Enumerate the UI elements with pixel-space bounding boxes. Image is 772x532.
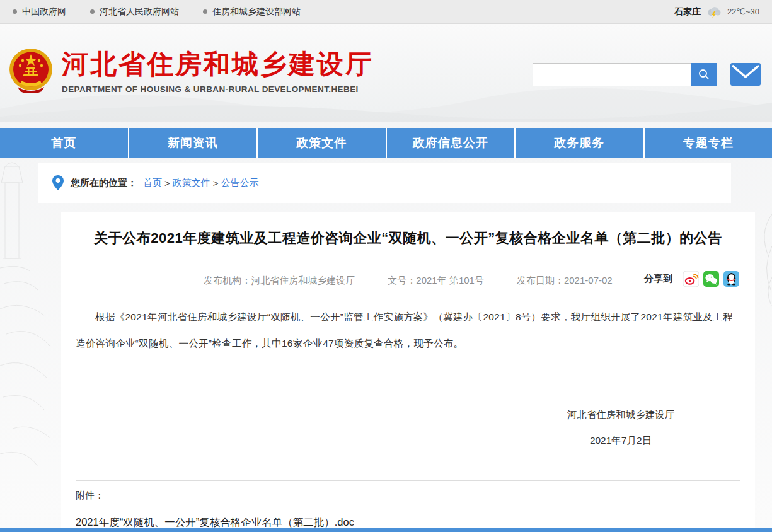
attachment-file-link[interactable]: 2021年度“双随机、一公开”复核合格企业名单（第二批）.doc xyxy=(76,516,354,529)
hebei-gov-link-label: 河北省人民政府网站 xyxy=(100,6,179,18)
location-pin-icon xyxy=(52,175,64,191)
gov-cn-link[interactable]: 中国政府网 xyxy=(13,6,66,18)
signature-date: 2021年7月2日 xyxy=(539,434,703,448)
header-tools xyxy=(533,62,761,87)
article-meta: 发布机构：河北省住房和城乡建设厅 文号：2021年 第101号 发布日期：202… xyxy=(76,271,740,290)
bullet-dot-icon xyxy=(90,9,95,14)
search-input[interactable] xyxy=(533,63,691,86)
top-link-bar: 中国政府网 河北省人民政府网站 住房和城乡建设部网站 石家庄 22℃~30 xyxy=(0,0,772,24)
wechat-icon[interactable] xyxy=(703,271,719,287)
site-header: 河北省住房和城乡建设厅 DEPARTMENT OF HOUSING & URBA… xyxy=(0,24,772,122)
site-subtitle: DEPARTMENT OF HOUSING & URBAN-RURAL DEVE… xyxy=(62,84,374,94)
mohurd-link-label: 住房和城乡建设部网站 xyxy=(212,6,301,18)
article-body: 根据《2021年河北省住房和城乡建设厅“双随机、一公开”监管工作实施方案》（冀建… xyxy=(76,304,740,357)
article-card: 关于公布2021年度建筑业及工程造价咨询企业“双随机、一公开”复核合格企业名单（… xyxy=(61,212,755,532)
bullet-dot-icon xyxy=(203,9,207,14)
weather-temp: 22℃~30 xyxy=(727,7,759,16)
meta-agency: 发布机构：河北省住房和城乡建设厅 xyxy=(204,275,355,287)
national-emblem-icon xyxy=(9,48,53,93)
article-title: 关于公布2021年度建筑业及工程造价咨询企业“双随机、一公开”复核合格企业名单（… xyxy=(76,224,740,253)
breadcrumb-label: 您所在的位置： xyxy=(71,177,137,189)
mohurd-link[interactable]: 住房和城乡建设部网站 xyxy=(203,6,301,18)
breadcrumb-home[interactable]: 首页 xyxy=(143,177,162,189)
share-label: 分享到 xyxy=(644,273,672,285)
nav-news[interactable]: 新闻资讯 xyxy=(129,128,258,158)
search-box xyxy=(533,63,717,86)
weather-city: 石家庄 xyxy=(674,6,701,18)
breadcrumb-separator: > xyxy=(164,178,170,188)
main-nav: 首页 新闻资讯 政策文件 政府信息公开 政务服务 专题专栏 xyxy=(0,128,772,158)
search-icon xyxy=(698,68,710,81)
mail-icon[interactable] xyxy=(730,62,761,87)
share-bar: 分享到 xyxy=(644,271,739,287)
footer-top-strip xyxy=(0,528,772,532)
nav-gov-info[interactable]: 政府信息公开 xyxy=(387,128,516,158)
meta-publish-date: 发布日期：2021-07-02 xyxy=(517,275,613,287)
weather-widget: 石家庄 22℃~30 xyxy=(674,6,759,18)
site-title: 河北省住房和城乡建设厅 xyxy=(62,48,374,81)
nav-home[interactable]: 首页 xyxy=(0,128,129,158)
title-divider xyxy=(76,262,740,262)
signature-org: 河北省住房和城乡建设厅 xyxy=(539,408,703,422)
qq-icon[interactable] xyxy=(723,271,739,287)
attachment-label: 附件： xyxy=(76,490,740,502)
breadcrumb-policy[interactable]: 政策文件 xyxy=(173,177,210,189)
nav-policy[interactable]: 政策文件 xyxy=(258,128,387,158)
search-button[interactable] xyxy=(691,63,717,86)
thunderstorm-icon xyxy=(706,6,722,18)
article-signature: 河北省住房和城乡建设厅 2021年7月2日 xyxy=(539,408,703,448)
hebei-gov-link[interactable]: 河北省人民政府网站 xyxy=(90,6,179,18)
nav-services[interactable]: 政务服务 xyxy=(516,128,645,158)
nav-special[interactable]: 专题专栏 xyxy=(645,128,772,158)
brand-text: 河北省住房和城乡建设厅 DEPARTMENT OF HOUSING & URBA… xyxy=(62,48,374,94)
attachment-divider xyxy=(76,480,740,481)
site-brand[interactable]: 河北省住房和城乡建设厅 DEPARTMENT OF HOUSING & URBA… xyxy=(9,48,374,94)
left-sketch-decoration xyxy=(0,158,69,498)
breadcrumb-announcements[interactable]: 公告公示 xyxy=(221,177,259,189)
bullet-dot-icon xyxy=(13,9,17,14)
weibo-icon[interactable] xyxy=(683,271,699,287)
breadcrumb-separator: > xyxy=(213,178,219,188)
breadcrumb: 您所在的位置： 首页 > 政策文件 > 公告公示 xyxy=(38,163,731,203)
meta-doc-number: 文号：2021年 第101号 xyxy=(388,275,484,287)
gov-cn-link-label: 中国政府网 xyxy=(22,6,66,18)
right-sketch-decoration xyxy=(753,208,772,309)
